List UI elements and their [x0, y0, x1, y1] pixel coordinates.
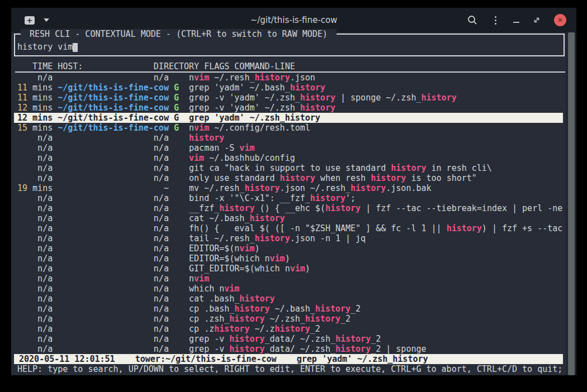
history-row[interactable]: n/a n/a git ca "hack in support to use s… [14, 163, 563, 173]
history-row[interactable]: n/a n/a grep -v history_data/ ~/.zsh_his… [14, 334, 563, 344]
history-row[interactable]: n/a n/a cat ~/.bash_history [14, 213, 563, 223]
search-icon[interactable] [467, 15, 478, 26]
history-row[interactable]: 11 mins ~/git/this-is-fine-cow G grep 'y… [14, 83, 563, 93]
history-row[interactable]: n/a n/a GIT_EDITOR=$(which nvim) [14, 264, 563, 274]
history-row[interactable]: n/a n/a only use standard history when r… [14, 173, 563, 183]
history-row[interactable]: n/a n/a cp .zsh_history ~/.zsh_history_2 [14, 314, 563, 324]
history-row[interactable]: n/a n/a tail ~/.resh_history.json -n 1 |… [14, 233, 563, 243]
scrollbar-track[interactable] [566, 32, 576, 375]
history-row[interactable]: n/a n/a cat .bash_history [14, 294, 563, 304]
history-row[interactable]: 15 mins ~/git/this-is-fine-cow G nvim ~/… [14, 123, 563, 133]
history-row[interactable]: n/a n/a EDITOR=$(nvim) [14, 243, 563, 254]
history-row[interactable]: n/a n/a cp .zhistory ~/.zhistory_2 [14, 324, 563, 334]
status-bar: 2020-05-11 12:01:51 tower:~/git/this-is-… [14, 354, 563, 364]
history-row[interactable]: 19 mins ~ mv ~/.resh_history.json ~/.res… [14, 183, 563, 193]
history-row[interactable]: 12 mins ~/git/this-is-fine-cow G grep -v… [14, 103, 563, 113]
scrollbar-thumb[interactable] [568, 32, 575, 375]
kebab-menu-icon[interactable] [491, 15, 500, 26]
history-row[interactable]: n/a n/a EDITOR=$(which nvim) [14, 254, 563, 264]
history-row[interactable]: n/a n/a nvim [14, 274, 563, 284]
history-row[interactable]: n/a n/a which nvim [14, 284, 563, 294]
history-row[interactable]: n/a n/a history [14, 133, 563, 143]
history-row[interactable]: 11 mins ~/git/this-is-fine-cow G grep -v… [14, 93, 563, 103]
history-row-selected[interactable]: 12 mins ~/git/this-is-fine-cow G grep 'y… [14, 113, 563, 123]
history-row[interactable]: n/a n/a fh() { eval $( ([ -n "$ZSH_NAME"… [14, 223, 563, 233]
history-row[interactable]: n/a n/a bind -x '"\C-x1": __fzf_history'… [14, 193, 563, 203]
history-row[interactable]: n/a n/a cp .bash_history ~/.bash_history… [14, 304, 563, 314]
history-row[interactable]: n/a n/a vim ~/.bashhub/config [14, 153, 563, 163]
search-input[interactable]: history vim [17, 42, 78, 52]
help-bar: HELP: type to search, UP/DOWN to select,… [14, 364, 576, 374]
minimize-button[interactable] [513, 22, 519, 23]
close-button[interactable]: ✕ [554, 14, 566, 26]
new-tab-button[interactable]: + [25, 16, 35, 25]
history-row[interactable]: n/a n/a pacman -S vim [14, 143, 563, 153]
history-row[interactable]: n/a n/a __fzf_history () { __ehc $(histo… [14, 203, 563, 213]
plus-icon: + [25, 16, 35, 24]
chevron-down-icon[interactable] [44, 18, 49, 22]
history-row[interactable]: n/a n/a nvim ~/.resh_history.json [14, 73, 563, 83]
restore-button[interactable] [533, 16, 541, 24]
table-header: TIME HOST: DIRECTORY FLAGS COMMAND-LINE [15, 61, 565, 73]
history-list: n/a n/a nvim ~/.resh_history.json11 mins… [14, 73, 563, 354]
terminal-window: + ~/git/this-is-fine-cow ✕ RESH CLI - CO… [11, 8, 576, 375]
text-cursor [73, 43, 78, 52]
resh-search-panel: RESH CLI - CONTEXTUAL MODE - (CTRL+R to … [14, 34, 565, 56]
history-row[interactable]: n/a n/a grep -v history_data/ ~/.zsh_his… [14, 344, 563, 354]
resh-panel-title: RESH CLI - CONTEXTUAL MODE - (CTRL+R to … [21, 29, 337, 39]
